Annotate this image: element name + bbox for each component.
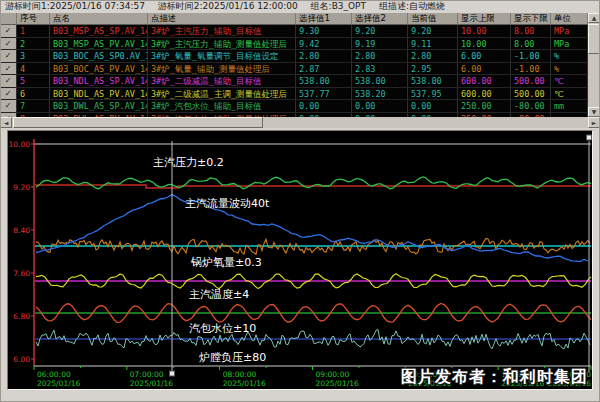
cell-sel2: 2.83 [352, 63, 408, 75]
cell-cur: 537.95 [408, 88, 458, 100]
curve-annotation: 汽包水位±10 [189, 322, 256, 335]
curve-annotation: 炉膛负压±80 [199, 351, 266, 364]
cell-unit: MPa [551, 38, 588, 50]
cell-cur: 0.00 [408, 100, 458, 112]
cell-sel1: 2.87 [296, 63, 352, 75]
horizontal-scroll-thumb[interactable] [13, 117, 263, 128]
curve-annotation: 主汽流量波动40t [185, 197, 270, 210]
cell-unit: % [551, 50, 588, 62]
column-header: 选择值2 [352, 13, 408, 24]
cell-hi: 6.00 [458, 50, 511, 62]
row-checkbox[interactable]: ✓ [0, 100, 17, 112]
cell-sel2: 2.80 [352, 50, 408, 62]
cell-num: 2 [17, 38, 50, 50]
cell-unit: mm [551, 100, 588, 112]
column-header-check [0, 13, 17, 24]
cell-cur: 9.20 [408, 25, 458, 37]
cell-sel2: 9.20 [352, 25, 408, 37]
cell-lo: 8.00 [511, 38, 551, 50]
column-header: 显示上限 [458, 13, 511, 24]
cell-cur: 9.11 [408, 38, 458, 50]
cell-name: B03_BOC_AS_PV.AV_14# [50, 63, 148, 75]
cell-cur: 2.80 [408, 50, 458, 62]
cell-lo: 8.00 [511, 25, 551, 37]
cell-desc: 3#炉_二级减温_辅助_目标值 [148, 75, 296, 87]
cell-num: 3 [17, 50, 50, 62]
cell-hi: 600.00 [458, 75, 511, 87]
x-tick-time: 06:00:00 [37, 370, 71, 379]
cell-lo: -80.00 [511, 100, 551, 112]
scroll-right-icon[interactable]: ► [588, 117, 600, 128]
point-row-1[interactable]: ✓1B03_MSP_AS_SP.AV_14#3#炉_主汽压力_辅助_目标值9.3… [0, 25, 588, 38]
watermark-text: 图片发布者：和利时集团 [401, 367, 588, 388]
table-vertical-scrollbar[interactable]: ▲ ▼ [588, 13, 600, 117]
cell-sel1: 9.42 [296, 38, 352, 50]
point-row-2[interactable]: ✓2B03_MSP_AS_PV.AV_14#3#炉_主汽压力_辅助_测量值处理后… [0, 38, 588, 51]
trend-cursor-1-handle[interactable] [170, 371, 175, 376]
trend-chart-panel: 10.009.208.407.606.806.0006:00:002025/01… [7, 130, 593, 390]
column-header: 显示下限 [511, 13, 551, 24]
scroll-down-icon[interactable]: ▼ [588, 107, 600, 117]
cell-sel1: 538.00 [296, 75, 352, 87]
cell-num: 6 [17, 88, 50, 100]
x-tick-time: 07:00:00 [130, 370, 164, 379]
trend-cursor-2-handle[interactable] [587, 135, 592, 140]
series-main-steam-pressure-pv [36, 177, 591, 189]
column-header: 单位 [551, 13, 588, 24]
column-header: 选择值1 [296, 13, 352, 24]
x-tick-time: 08:00:00 [223, 370, 257, 379]
row-checkbox[interactable]: ✓ [0, 63, 17, 75]
table-header: 序号点名点描述选择值1选择值2当前值显示上限显示下限单位 [0, 13, 588, 25]
cell-sel1: 537.77 [296, 88, 352, 100]
x-tick-date: 2025/01/16 [130, 379, 173, 388]
cell-cur: 538.00 [408, 75, 458, 87]
cell-desc: 3#炉_主汽压力_辅助_测量值处理后 [148, 38, 296, 50]
cell-desc: 3#炉_氧量_辅助_测量值处理后 [148, 63, 296, 75]
cell-num: 7 [17, 100, 50, 112]
point-row-7[interactable]: ✓7B03_DWL_AS_SP.AV_14#3#炉_汽包水位_辅助_目标值0.0… [0, 100, 588, 113]
row-checkbox[interactable]: ✓ [0, 88, 17, 100]
x-tick-date: 2025/01/16 [37, 379, 80, 388]
row-checkbox[interactable]: ✓ [0, 50, 17, 62]
cell-cur: 2.95 [408, 63, 458, 75]
y-tick-label: 6.00 [13, 355, 30, 364]
row-checkbox[interactable]: ✓ [0, 38, 17, 50]
cell-name: B03_NDL_AS_PV.AV_14# [50, 88, 148, 100]
cell-desc: 3#炉_氧量_氧量调节_目标值设定 [148, 50, 296, 62]
scroll-up-icon[interactable]: ▲ [588, 13, 600, 23]
cell-sel1: 0.00 [296, 100, 352, 112]
point-row-4[interactable]: ✓4B03_BOC_AS_PV.AV_14#3#炉_氧量_辅助_测量值处理后2.… [0, 63, 588, 76]
cell-num: 1 [17, 25, 50, 37]
row-checkbox[interactable]: ✓ [0, 75, 17, 87]
row-checkbox[interactable]: ✓ [0, 25, 17, 37]
vertical-scroll-thumb[interactable] [588, 24, 600, 54]
cell-hi: 6.00 [458, 63, 511, 75]
point-row-6[interactable]: ✓6B03_NDL_AS_PV.AV_14#3#炉_二级减温_主调_测量值处理后… [0, 88, 588, 101]
cell-name: B03_DWL_AS_SP.AV_14# [50, 100, 148, 112]
column-header: 点描述 [148, 13, 296, 24]
y-tick-label: 6.80 [13, 312, 30, 321]
cell-lo: -1.00 [511, 63, 551, 75]
table-horizontal-scrollbar[interactable]: ◄ ► [0, 117, 600, 128]
point-row-5[interactable]: ✓5B03_NDL_AS_SP.AV_14#3#炉_二级减温_辅助_目标值538… [0, 75, 588, 88]
cell-sel2: 0.00 [352, 100, 408, 112]
cell-lo: -1.00 [511, 50, 551, 62]
column-header: 序号 [17, 13, 50, 24]
cell-lo: 500.00 [511, 75, 551, 87]
cell-hi: 600.00 [458, 88, 511, 100]
cell-sel2: 538.00 [352, 75, 408, 87]
scroll-left-icon[interactable]: ◄ [0, 117, 12, 128]
cell-hi: 250.00 [458, 100, 511, 112]
cell-sel2: 9.19 [352, 38, 408, 50]
cell-num: 5 [17, 75, 50, 87]
cell-hi: 10.00 [458, 25, 511, 37]
cursor-time-1: 游标时间1:2025/01/16 07:34:57 [5, 1, 145, 11]
cell-sel1: 9.30 [296, 25, 352, 37]
cell-name: B03_MSP_AS_SP.AV_14# [50, 25, 148, 37]
y-tick-label: 9.20 [13, 183, 30, 192]
cell-unit: % [551, 63, 588, 75]
cell-unit: ℃ [551, 88, 588, 100]
point-row-3[interactable]: ✓3B03_BOC_AS_SP0.AV_14#3#炉_氧量_氧量调节_目标值设定… [0, 50, 588, 63]
x-tick-date: 2025/01/16 [223, 379, 266, 388]
cursor-info-bar: 游标时间1:2025/01/16 07:34:57 游标时间2:2025/01/… [0, 0, 600, 13]
